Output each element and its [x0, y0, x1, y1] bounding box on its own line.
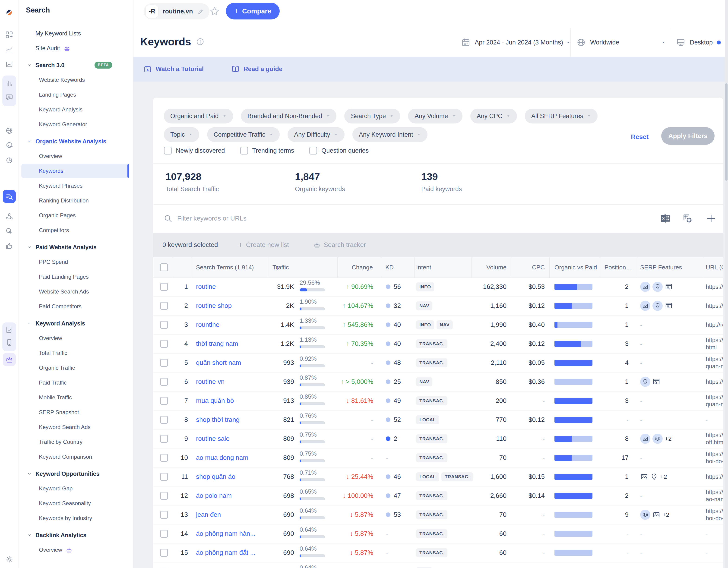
app-logo[interactable] — [5, 8, 13, 17]
sidebar-item-competitors[interactable]: Competitors — [19, 223, 133, 238]
serp-pin-icon[interactable] — [650, 473, 658, 481]
serp-image-icon[interactable] — [640, 434, 650, 444]
chat-search-icon[interactable] — [6, 94, 13, 101]
url-cell[interactable]: - — [706, 524, 723, 543]
col-traffic[interactable]: Traffic ↓ — [272, 257, 276, 278]
serp-pin-icon[interactable] — [652, 282, 663, 292]
sidebar-item-organic-pages[interactable]: Organic Pages — [19, 208, 133, 223]
serp-related-icon[interactable] — [652, 378, 660, 386]
sidebar-item-keyword-phrases[interactable]: Keyword Phrases — [19, 178, 133, 193]
keyword-link[interactable]: routine sale — [196, 429, 230, 448]
sidebar-item-keywords[interactable]: Keywords — [19, 164, 133, 178]
row-checkbox[interactable] — [160, 549, 168, 557]
filter-competitive-traffic[interactable]: Competitive Traffic — [207, 127, 280, 142]
serp-image-icon[interactable] — [640, 473, 648, 481]
row-checkbox[interactable] — [160, 340, 168, 348]
url-cell[interactable]: https://rohoi-do-vo — [706, 505, 723, 524]
serp-carousel-icon[interactable] — [640, 510, 650, 520]
report-icon[interactable] — [6, 326, 13, 334]
create-new-list-button[interactable]: + Create new list — [238, 233, 289, 257]
keyword-link[interactable]: thời trang nam — [196, 334, 238, 353]
watch-tutorial-link[interactable]: Watch a Tutorial — [144, 65, 204, 73]
bar-chart-icon[interactable] — [6, 80, 13, 87]
col-position[interactable]: Position... — [605, 257, 631, 278]
serp-image-icon[interactable] — [652, 511, 660, 519]
checkbox-trending-terms[interactable]: Trending terms — [240, 147, 294, 155]
col-url[interactable]: URL (Organic — [706, 257, 723, 278]
col-intent[interactable]: Intent — [416, 257, 431, 278]
info-icon[interactable] — [196, 38, 204, 46]
favorite-star-icon[interactable] — [210, 6, 219, 16]
row-checkbox[interactable] — [160, 416, 168, 424]
url-cell[interactable]: https://rooff.html — [706, 429, 723, 448]
row-checkbox[interactable] — [160, 321, 168, 329]
col-organic-vs-paid[interactable]: Organic vs Paid — [554, 257, 597, 278]
sidebar-item-overview[interactable]: Overview — [19, 331, 133, 346]
url-cell[interactable]: https://rohtml — [706, 334, 723, 353]
sidebar-item-mobile-traffic[interactable]: Mobile Traffic — [19, 390, 133, 405]
col-change[interactable]: Change — [325, 257, 373, 278]
filter-all-serp-features[interactable]: All SERP Features — [525, 109, 598, 123]
sidebar-item-website-search-ads[interactable]: Website Search Ads — [19, 284, 133, 299]
row-checkbox[interactable] — [160, 473, 168, 481]
url-cell[interactable]: - — [706, 562, 723, 568]
checkbox[interactable] — [309, 147, 317, 155]
col-serp-features[interactable]: SERP Features — [640, 257, 682, 278]
select-all-checkbox[interactable] — [160, 263, 168, 271]
sidebar-item-organic-traffic[interactable]: Organic Traffic — [19, 360, 133, 375]
sidebar-item-keywords-by-industry[interactable]: Keywords by Industry — [19, 511, 133, 526]
keyword-link[interactable]: jean đen — [196, 505, 221, 524]
table-settings-icon[interactable] — [682, 213, 693, 224]
serp-carousel-icon[interactable] — [652, 434, 663, 444]
sidebar-item-website-keywords[interactable]: Website Keywords — [19, 73, 133, 87]
globe-pulse-icon[interactable] — [6, 142, 13, 149]
keyword-link[interactable]: shop thời trang — [196, 410, 240, 429]
compare-button[interactable]: + Compare — [226, 3, 280, 19]
device-selector[interactable]: Desktop — [670, 28, 728, 57]
image-chart-icon[interactable] — [6, 61, 13, 68]
sidebar-item-traffic-by-country[interactable]: Traffic by Country — [19, 435, 133, 449]
url-cell[interactable]: https://roao-nam/a — [706, 486, 723, 505]
row-checkbox[interactable] — [160, 492, 168, 500]
checkbox-question-queries[interactable]: Question queries — [309, 147, 369, 155]
sidebar-item-keyword-analysis[interactable]: Keyword Analysis — [19, 316, 133, 331]
url-cell[interactable]: https://ro — [706, 277, 723, 296]
sidebar-item-keyword-opportunities[interactable]: Keyword Opportunities — [19, 466, 133, 481]
gear-icon[interactable] — [6, 555, 13, 563]
checkbox[interactable] — [164, 147, 172, 155]
filter-organic-and-paid[interactable]: Organic and Paid — [164, 109, 233, 123]
filter-branded-and-non-branded[interactable]: Branded and Non-Branded — [241, 109, 337, 123]
sidebar-item-paid-landing-pages[interactable]: Paid Landing Pages — [19, 269, 133, 284]
sidebar-item-ranking-distribution[interactable]: Ranking Distribution — [19, 193, 133, 208]
url-cell[interactable]: https://rohoi-do-na — [706, 448, 723, 467]
keyword-link[interactable]: áo phông nam hàn... — [196, 524, 256, 543]
url-cell[interactable]: https://roquan-nam — [706, 353, 723, 372]
dashboard-icon[interactable] — [6, 31, 13, 38]
keyword-link[interactable]: routine — [196, 277, 216, 296]
sidebar-item-keyword-comparison[interactable]: Keyword Comparison — [19, 449, 133, 464]
row-checkbox[interactable] — [160, 378, 168, 386]
filter-any-volume[interactable]: Any Volume — [408, 109, 462, 123]
line-chart-icon[interactable] — [6, 46, 13, 53]
sidebar-item-paid-competitors[interactable]: Paid Competitors — [19, 299, 133, 314]
mobile-icon[interactable] — [6, 339, 13, 346]
row-checkbox[interactable] — [160, 511, 168, 519]
url-cell[interactable]: - — [706, 410, 723, 429]
sidebar-item-overview[interactable]: Overview — [19, 149, 133, 164]
serp-pin-icon[interactable] — [652, 301, 663, 311]
sidebar-item-my-keyword-lists[interactable]: My Keyword Lists — [19, 26, 133, 41]
sidebar-item-site-audit[interactable]: Site Audit — [19, 41, 133, 56]
sidebar-item-paid-traffic[interactable]: Paid Traffic — [19, 375, 133, 390]
click-icon[interactable] — [6, 227, 13, 235]
row-checkbox[interactable] — [160, 302, 168, 310]
sidebar-item-overview[interactable]: Overview — [19, 543, 133, 557]
url-cell[interactable]: https://ro — [706, 296, 723, 315]
search-tracker-button[interactable]: Search tracker — [313, 233, 366, 257]
crown-icon[interactable] — [3, 353, 16, 366]
edit-icon[interactable] — [198, 8, 204, 15]
checkbox[interactable] — [240, 147, 248, 155]
filter-any-keyword-intent[interactable]: Any Keyword Intent — [352, 127, 427, 142]
url-cell[interactable]: http://rou — [706, 315, 723, 334]
url-cell[interactable]: https://ro — [706, 372, 723, 391]
add-column-icon[interactable] — [706, 213, 716, 224]
